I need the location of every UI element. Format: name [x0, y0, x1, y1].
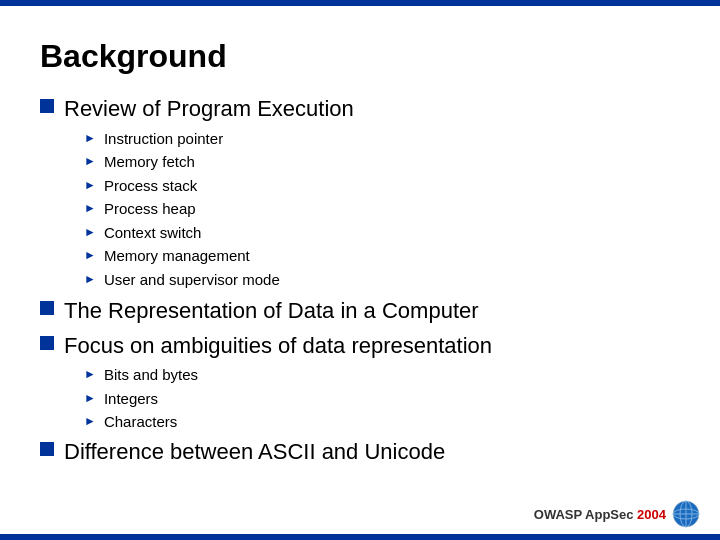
sub-item-label: Process heap [104, 198, 196, 221]
page-title: Background [40, 38, 680, 75]
sub-item-label: Process stack [104, 175, 197, 198]
sub-items-review: ► Instruction pointer ► Memory fetch ► P… [84, 128, 680, 292]
section-representation: The Representation of Data in a Computer [40, 297, 680, 326]
list-item: ► Bits and bytes [84, 364, 680, 387]
sub-item-label: User and supervisor mode [104, 269, 280, 292]
sub-item-label: Context switch [104, 222, 202, 245]
list-item: ► Process stack [84, 175, 680, 198]
arrow-bullet-icon: ► [84, 391, 96, 405]
arrow-bullet-icon: ► [84, 367, 96, 381]
bullet-square-icon [40, 99, 54, 113]
section-focus: Focus on ambiguities of data representat… [40, 332, 680, 361]
sub-item-label: Characters [104, 411, 177, 434]
bullet-square-icon [40, 442, 54, 456]
sub-item-label: Integers [104, 388, 158, 411]
bottom-border [0, 534, 720, 540]
top-border [0, 0, 720, 6]
list-item: ► Characters [84, 411, 680, 434]
arrow-bullet-icon: ► [84, 414, 96, 428]
section-review: Review of Program Execution [40, 95, 680, 124]
sub-item-label: Bits and bytes [104, 364, 198, 387]
sub-items-focus: ► Bits and bytes ► Integers ► Characters [84, 364, 680, 434]
section-difference-label: Difference between ASCII and Unicode [64, 438, 445, 467]
list-item: ► Integers [84, 388, 680, 411]
section-review-label: Review of Program Execution [64, 95, 354, 124]
arrow-bullet-icon: ► [84, 201, 96, 215]
list-item: ► Context switch [84, 222, 680, 245]
sub-item-label: Memory fetch [104, 151, 195, 174]
arrow-bullet-icon: ► [84, 131, 96, 145]
section-representation-label: The Representation of Data in a Computer [64, 297, 479, 326]
brand-year: 2004 [637, 507, 666, 522]
arrow-bullet-icon: ► [84, 272, 96, 286]
globe-icon [672, 500, 700, 528]
branding: OWASP AppSec 2004 [534, 500, 700, 528]
arrow-bullet-icon: ► [84, 225, 96, 239]
arrow-bullet-icon: ► [84, 154, 96, 168]
list-item: ► Process heap [84, 198, 680, 221]
list-item: ► Memory fetch [84, 151, 680, 174]
list-item: ► Instruction pointer [84, 128, 680, 151]
section-difference: Difference between ASCII and Unicode [40, 438, 680, 467]
brand-text: OWASP AppSec 2004 [534, 507, 666, 522]
arrow-bullet-icon: ► [84, 178, 96, 192]
bullet-square-icon [40, 301, 54, 315]
list-item: ► Memory management [84, 245, 680, 268]
bullet-square-icon [40, 336, 54, 350]
slide: Background Review of Program Execution ►… [0, 0, 720, 540]
list-item: ► User and supervisor mode [84, 269, 680, 292]
arrow-bullet-icon: ► [84, 248, 96, 262]
sub-item-label: Memory management [104, 245, 250, 268]
section-focus-label: Focus on ambiguities of data representat… [64, 332, 492, 361]
sub-item-label: Instruction pointer [104, 128, 223, 151]
main-content: Review of Program Execution ► Instructio… [40, 95, 680, 466]
